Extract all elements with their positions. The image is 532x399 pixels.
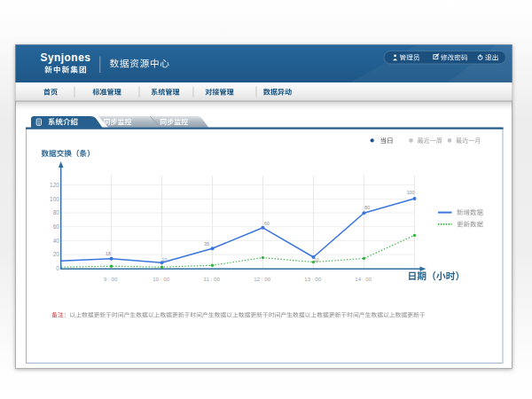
- svg-text:100: 100: [50, 196, 59, 202]
- svg-text:35: 35: [204, 241, 209, 246]
- svg-text:20: 20: [53, 251, 60, 257]
- svg-text:120: 120: [50, 182, 59, 188]
- svg-text:40: 40: [53, 238, 60, 244]
- svg-text:0: 0: [56, 265, 59, 271]
- svg-text:Synjones: Synjones: [41, 51, 91, 64]
- svg-text:9 : 00: 9 : 00: [104, 276, 118, 282]
- svg-text:80: 80: [364, 205, 370, 210]
- svg-text:12 : 00: 12 : 00: [254, 276, 270, 282]
- svg-text:11 : 00: 11 : 00: [203, 276, 220, 282]
- svg-text:10: 10: [314, 257, 319, 262]
- svg-text:14 : 00: 14 : 00: [355, 276, 372, 282]
- svg-text:10: 10: [162, 257, 168, 262]
- svg-text:13 : 00: 13 : 00: [304, 276, 321, 282]
- svg-text:60: 60: [264, 221, 270, 226]
- svg-text:18: 18: [106, 251, 111, 256]
- svg-text:80: 80: [53, 209, 60, 215]
- svg-text:100: 100: [407, 190, 415, 195]
- svg-text:60: 60: [53, 223, 60, 230]
- svg-text:10 : 00: 10 : 00: [153, 276, 169, 282]
